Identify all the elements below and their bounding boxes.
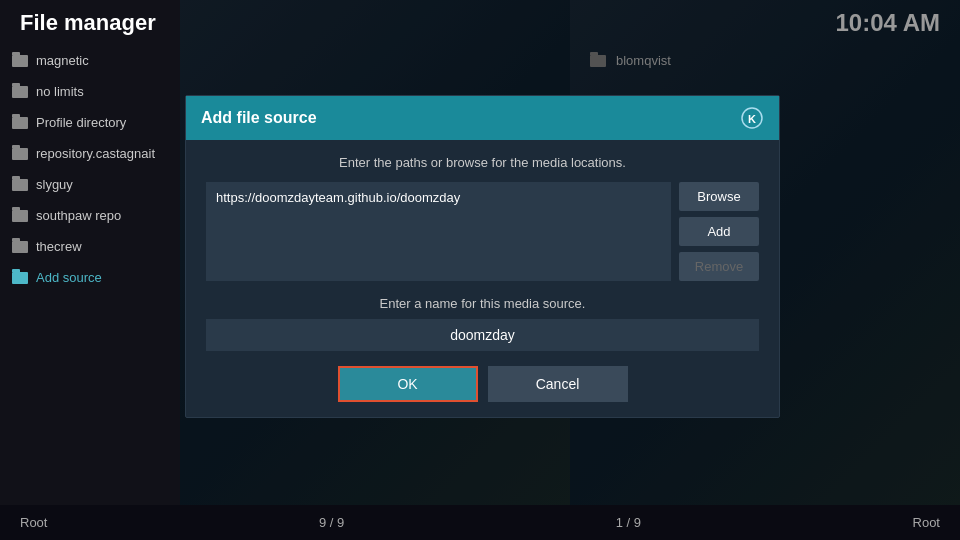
folder-icon <box>12 179 28 191</box>
sidebar-item-thecrew[interactable]: thecrew <box>0 231 180 262</box>
sidebar-item-magnetic[interactable]: magnetic <box>0 45 180 76</box>
url-buttons: Browse Add Remove <box>679 182 759 281</box>
folder-icon <box>12 241 28 253</box>
folder-icon <box>12 148 28 160</box>
folder-icon <box>12 210 28 222</box>
sidebar-item-profiledir[interactable]: Profile directory <box>0 107 180 138</box>
sidebar-item-castagnait[interactable]: repository.castagnait <box>0 138 180 169</box>
name-input[interactable] <box>206 319 759 351</box>
url-area: https://doomzdayteam.github.io/doomzday … <box>206 182 759 281</box>
svg-text:K: K <box>748 113 756 125</box>
sidebar-item-nolimits[interactable]: no limits <box>0 76 180 107</box>
add-file-source-dialog: Add file source K Enter the paths or bro… <box>185 95 780 418</box>
footer: Root 9 / 9 1 / 9 Root <box>0 505 960 540</box>
sidebar-item-label: repository.castagnait <box>36 146 155 161</box>
sidebar-item-label: Profile directory <box>36 115 126 130</box>
dialog-title: Add file source <box>201 109 317 127</box>
sidebar-item-label: Add source <box>36 270 102 285</box>
cancel-button[interactable]: Cancel <box>488 366 628 402</box>
footer-center-left: 9 / 9 <box>319 515 344 530</box>
footer-left: Root <box>20 515 47 530</box>
remove-button[interactable]: Remove <box>679 252 759 281</box>
sidebar-item-southpaw[interactable]: southpaw repo <box>0 200 180 231</box>
add-button[interactable]: Add <box>679 217 759 246</box>
page-title: File manager <box>20 10 156 36</box>
sidebar-item-label: slyguy <box>36 177 73 192</box>
dialog-buttons: OK Cancel <box>206 366 759 402</box>
folder-icon <box>12 55 28 67</box>
sidebar-item-label: thecrew <box>36 239 82 254</box>
folder-icon <box>12 117 28 129</box>
dialog-body: Enter the paths or browse for the media … <box>186 140 779 417</box>
name-section: Enter a name for this media source. <box>206 296 759 351</box>
dialog-header: Add file source K <box>186 96 779 140</box>
sidebar-item-label: no limits <box>36 84 84 99</box>
sidebar-item-addsource[interactable]: Add source <box>0 262 180 293</box>
sidebar: magnetic no limits Profile directory rep… <box>0 45 180 500</box>
dialog-subtitle: Enter the paths or browse for the media … <box>206 155 759 170</box>
url-input[interactable]: https://doomzdayteam.github.io/doomzday <box>206 182 671 281</box>
name-label: Enter a name for this media source. <box>206 296 759 311</box>
footer-center-right: 1 / 9 <box>616 515 641 530</box>
kodi-logo-icon: K <box>740 106 764 130</box>
ok-button[interactable]: OK <box>338 366 478 402</box>
browse-button[interactable]: Browse <box>679 182 759 211</box>
footer-right: Root <box>913 515 940 530</box>
sidebar-item-label: southpaw repo <box>36 208 121 223</box>
folder-icon <box>12 272 28 284</box>
sidebar-item-slyguy[interactable]: slyguy <box>0 169 180 200</box>
folder-icon <box>12 86 28 98</box>
sidebar-item-label: magnetic <box>36 53 89 68</box>
